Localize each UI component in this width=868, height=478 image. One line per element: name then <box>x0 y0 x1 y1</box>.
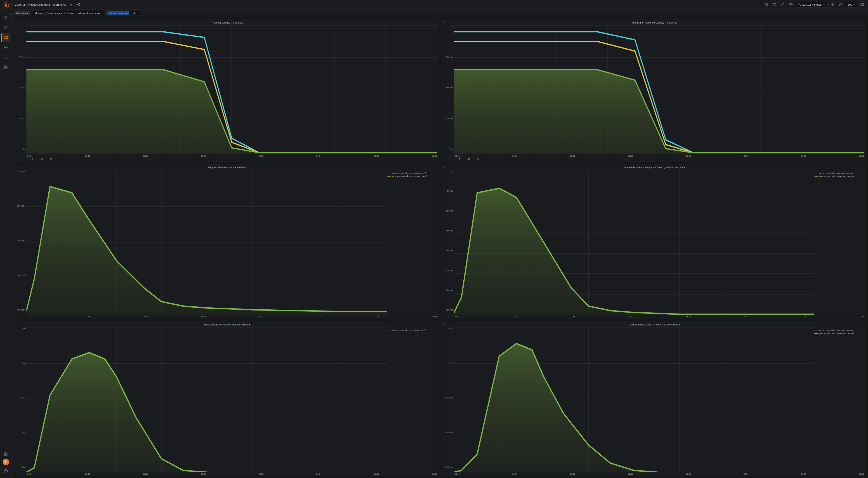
chart-area-upstream-latency: 1 s 750 ms 500 ms 250 ms 0 s <box>443 25 864 154</box>
panel-request-latency: ℹ Request Latency Percentiles 1 s 750 ms… <box>13 19 439 162</box>
panel-info-icon-5[interactable]: ℹ <box>16 323 17 325</box>
chart-area-request-rate: 400 req/s 300 req/s 200 req/s 100 req/s … <box>16 170 387 315</box>
service-ingress-label: Service Ingress <box>110 12 127 14</box>
panel-body-median-upstream: 350 ms 300 ms 250 ms 200 ms 150 ms 100 m… <box>441 169 866 319</box>
time-range-button[interactable]: Last 15 minutes <box>796 2 828 7</box>
sidebar-item-explore[interactable] <box>1 43 10 52</box>
panel-layout-request-rate: 400 req/s 300 req/s 200 req/s 100 req/s … <box>16 170 437 315</box>
y-axis-request-latency: 1 s 750 ms 500 ms 250 ms 0 s <box>16 25 26 154</box>
legend-color <box>814 330 818 330</box>
panel-body-request-latency: 1 s 750 ms 500 ms 250 ms 0 s <box>14 24 439 162</box>
svg-point-2 <box>5 4 6 5</box>
sidebar-item-alerting[interactable] <box>1 53 10 62</box>
panel-info-icon-4[interactable]: ℹ <box>443 166 444 168</box>
chart-content-request-rate <box>26 170 387 315</box>
svg-rect-9 <box>6 36 7 37</box>
chart-content-upstream-time <box>454 327 814 472</box>
panel-header-error-rate: ℹ Response Error Rate by Method and Path <box>14 321 439 326</box>
right-legend-request-rate: get azurevote.aks.azure.sabbour.me/ post… <box>387 170 437 315</box>
save-icon[interactable] <box>772 2 778 8</box>
panel-info-icon-3[interactable]: ℹ <box>16 166 17 168</box>
grafana-logo[interactable] <box>2 2 9 9</box>
sidebar-item-starred[interactable] <box>1 23 10 32</box>
datasource-dropdown[interactable]: Managed_Prometheus_defaultazuremonitorwo… <box>32 11 105 15</box>
legend-color <box>814 333 818 333</box>
svg-point-3 <box>6 6 7 6</box>
legend-request-latency: .5 .95 .99 <box>16 157 437 161</box>
x-axis-request-latency: 23:14 23:16 23:18 23:20 23:22 23:24 23:2… <box>16 154 437 157</box>
legend-item-p95: .95 <box>36 158 43 160</box>
legend-color-p5 <box>27 159 31 159</box>
add-panel-icon[interactable] <box>763 2 770 8</box>
mark-as-read-icon[interactable] <box>780 2 786 8</box>
panel-header-request-rate: ℹ Request Rate by Method and Path <box>14 164 439 169</box>
svg-point-12 <box>4 46 7 49</box>
svg-point-32 <box>790 4 792 5</box>
legend-color <box>814 173 818 173</box>
svg-line-6 <box>6 18 7 19</box>
share-icon[interactable] <box>75 2 82 8</box>
sidebar-item-reports[interactable] <box>1 63 10 72</box>
svg-rect-37 <box>861 3 864 5</box>
panel-request-rate: ℹ Request Rate by Method and Path 400 re… <box>13 164 439 319</box>
sidebar-item-settings[interactable] <box>1 449 10 458</box>
legend-color <box>463 159 466 159</box>
right-legend-error-rate: get azurevote.aks.azure.sabbour.me/ <box>387 327 437 472</box>
panel-info-icon-1[interactable]: ℹ <box>16 21 17 23</box>
svg-rect-25 <box>767 3 768 4</box>
legend-upstream-latency: .5 .95 .99 <box>443 157 864 161</box>
legend-item-p5-2: .5 <box>455 158 460 160</box>
legend-post-median: post azurevote.aks.azure.sabbour.me/ <box>814 175 862 178</box>
legend-color <box>814 176 818 177</box>
legend-post: post azurevote.aks.azure.sabbour.me/ <box>387 175 435 178</box>
avatar[interactable]: G <box>3 459 9 465</box>
panel-title-upstream-latency: Upstream Response Latency Percentiles <box>445 20 864 24</box>
refresh-icon[interactable] <box>837 2 844 8</box>
all-filter-label: All <box>133 12 136 14</box>
datasource-tag[interactable]: datasource <box>14 11 30 15</box>
legend-get: get azurevote.aks.azure.sabbour.me/ <box>387 172 435 174</box>
panel-info-icon-2[interactable]: ℹ <box>443 21 444 23</box>
chart-content-median-upstream <box>454 170 814 315</box>
svg-rect-24 <box>765 3 766 4</box>
settings-icon[interactable] <box>788 2 794 8</box>
sidebar-item-search[interactable] <box>1 13 10 22</box>
tv-mode-icon[interactable] <box>859 2 865 8</box>
refresh-interval-button[interactable]: 30s <box>846 2 857 7</box>
datasource-value: Managed_Prometheus_defaultazuremonitorwo… <box>35 12 100 14</box>
svg-point-21 <box>79 5 80 6</box>
x-axis-error-rate: 23:14 23:16 23:18 23:20 23:22 23:24 23:2… <box>16 472 437 475</box>
svg-point-4 <box>4 6 5 6</box>
y-label: 750 ms <box>16 117 26 120</box>
sidebar-item-help[interactable] <box>1 467 10 476</box>
legend-color <box>455 159 458 159</box>
panel-header-request-latency: ℹ Request Latency Percentiles <box>14 19 439 24</box>
panel-layout-upstream-time: 2.08 min 1.67 min 1.25 min 50 s 25 s <box>443 327 864 472</box>
sidebar-collapse-button[interactable]: › <box>9 12 14 16</box>
all-filter-dropdown[interactable]: All <box>131 11 142 15</box>
sidebar-item-dashboards[interactable] <box>1 33 10 42</box>
legend-color <box>473 159 476 159</box>
panel-body-upstream-time: 2.08 min 1.67 min 1.25 min 50 s 25 s <box>441 326 866 476</box>
panel-error-rate: ℹ Response Error Rate by Method and Path… <box>13 321 439 476</box>
legend-item-p5: .5 <box>27 158 33 160</box>
star-icon[interactable]: ★ <box>68 2 74 8</box>
breadcrumb-title: Request Handling Performance <box>29 3 66 6</box>
topbar-icons: Last 15 minutes 30s <box>763 2 865 8</box>
chart-area-request-latency: 1 s 750 ms 500 ms 250 ms 0 s <box>16 25 437 154</box>
datasource-label: datasource <box>16 12 29 14</box>
service-ingress-filter[interactable]: Service Ingress <box>107 11 129 15</box>
zoom-out-icon[interactable] <box>829 2 836 8</box>
legend-label-get: get azurevote.aks.azure.sabbour.me/ <box>392 172 426 174</box>
panel-layout-error-rate: 50% 40% 30.0% 20% 10% <box>16 327 437 472</box>
chart-area-upstream-time: 2.08 min 1.67 min 1.25 min 50 s 25 s <box>443 327 814 472</box>
panel-info-icon-6[interactable]: ℹ <box>443 323 444 325</box>
legend-label-post: post azurevote.aks.azure.sabbour.me/ <box>392 175 427 178</box>
y-axis-upstream-time: 2.08 min 1.67 min 1.25 min 50 s 25 s <box>443 327 454 472</box>
sidebar-bottom: G <box>1 449 10 476</box>
legend-post-upstream: post azurevote.aks.azure.sabbour.me/ <box>814 332 862 334</box>
main-content: General / Request Handling Performance ★ <box>12 0 868 478</box>
x-axis-upstream-time: 23:14 23:16 23:18 23:20 23:22 23:24 23:2… <box>443 472 864 475</box>
right-legend-upstream-time: get azurevote.aks.azure.sabbour.me/ post… <box>814 327 864 472</box>
legend-get-median: get azurevote.aks.azure.sabbour.me/ <box>814 172 862 174</box>
